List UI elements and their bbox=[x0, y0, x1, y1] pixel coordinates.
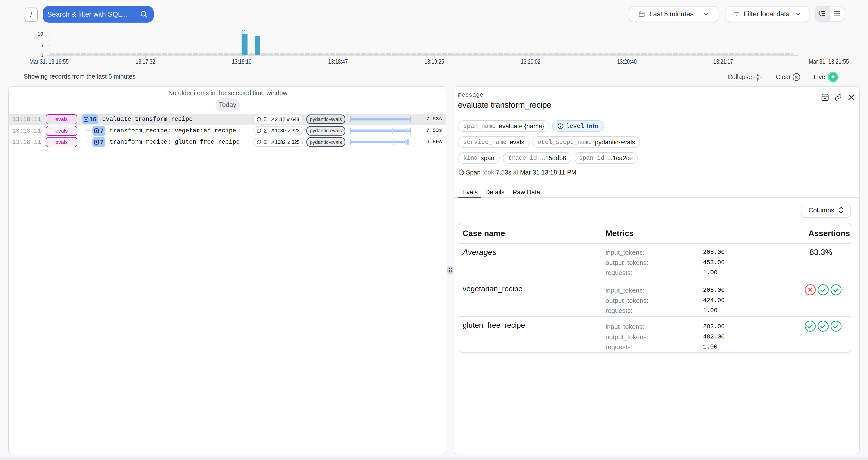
svg-text:13:18:10: 13:18:10 bbox=[232, 58, 251, 65]
svg-text:13:20:02: 13:20:02 bbox=[521, 58, 540, 65]
svg-text:13:19:25: 13:19:25 bbox=[425, 58, 444, 65]
svg-text:Mar 31. 13:21:55: Mar 31. 13:21:55 bbox=[809, 58, 849, 65]
svg-text:13:18:47: 13:18:47 bbox=[328, 58, 348, 65]
svg-text:13:20:40: 13:20:40 bbox=[617, 58, 637, 65]
svg-text:5: 5 bbox=[40, 43, 43, 48]
svg-text:13:21:17: 13:21:17 bbox=[714, 58, 733, 65]
svg-text:0: 0 bbox=[40, 53, 43, 58]
svg-text:Mar 31. 13:16:55: Mar 31. 13:16:55 bbox=[30, 58, 69, 65]
svg-text:13:17:32: 13:17:32 bbox=[135, 58, 155, 65]
svg-text:10: 10 bbox=[38, 31, 43, 37]
